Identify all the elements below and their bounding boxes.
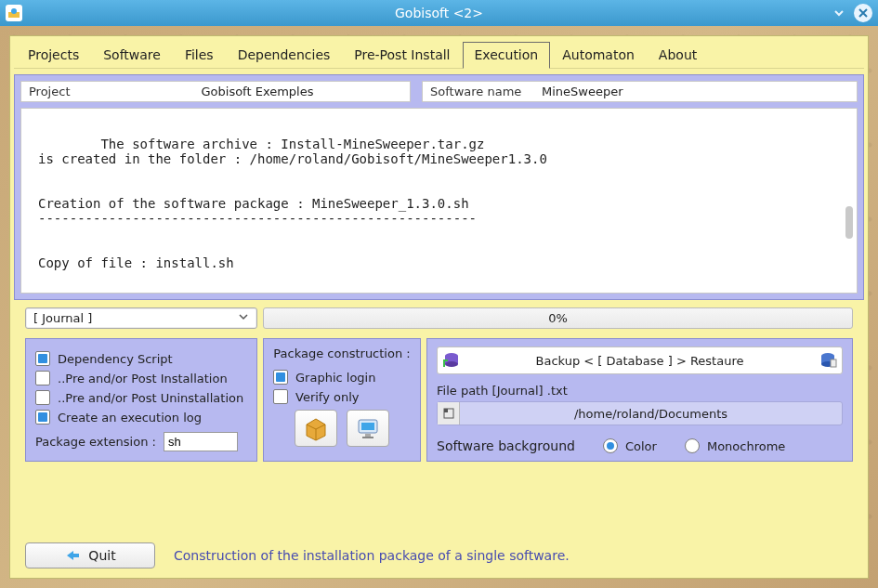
status-text: Construction of the installation package… — [174, 548, 570, 563]
chevron-down-icon — [238, 311, 249, 325]
tab-pre-post-install[interactable]: Pre-Post Install — [342, 42, 462, 68]
svg-point-1 — [11, 8, 17, 14]
backup-restore-row: Backup < [ Database ] > Restaure — [437, 346, 843, 374]
progress-row: [ Journal ] 0% — [14, 306, 864, 333]
log-text: The software archive : Install-MineSweep… — [38, 137, 547, 270]
info-panel: Project Gobisoft Exemples Software name … — [14, 74, 864, 300]
software-name-label: Software name — [430, 85, 532, 98]
software-name-value: MineSweeper — [532, 85, 849, 98]
journal-combo[interactable]: [ Journal ] — [25, 307, 257, 329]
browse-button[interactable] — [438, 402, 460, 425]
construction-label: Package construction : — [273, 346, 411, 360]
quit-button[interactable]: Quit — [25, 542, 155, 568]
create-log-label: Create an execution log — [58, 411, 202, 425]
backup-icon[interactable] — [441, 350, 462, 371]
color-radio[interactable] — [603, 438, 618, 453]
restore-icon[interactable] — [818, 350, 838, 371]
svg-rect-7 — [362, 437, 373, 438]
bottom-bar: Quit Construction of the installation pa… — [14, 537, 864, 568]
quit-label: Quit — [88, 548, 115, 563]
journal-combo-label: [ Journal ] — [33, 311, 92, 325]
menubar: ProjectsSoftwareFilesDependenciesPre-Pos… — [14, 40, 864, 69]
folder-open-icon — [442, 407, 455, 420]
tab-files[interactable]: Files — [173, 42, 226, 68]
log-output[interactable]: The software archive : Install-MineSweep… — [20, 108, 858, 294]
filepath-value: /home/roland/Documents — [460, 404, 842, 424]
project-field: Project Gobisoft Exemples — [20, 81, 411, 102]
package-icon — [303, 415, 329, 441]
window-title: Gobisoft <2> — [0, 6, 878, 20]
progress-bar: 0% — [263, 307, 853, 329]
tab-software[interactable]: Software — [91, 42, 173, 68]
graphic-login-checkbox[interactable] — [273, 370, 288, 385]
backup-restore-label: Backup < [ Database ] > Restaure — [467, 354, 812, 368]
options-card: Dependency Script ..Pre and/or Post Inst… — [25, 338, 257, 462]
monochrome-radio[interactable] — [685, 438, 700, 453]
log-scrollbar[interactable] — [844, 118, 853, 283]
dependency-script-label: Dependency Script — [58, 352, 173, 366]
database-card: Backup < [ Database ] > Restaure File pa… — [426, 338, 853, 462]
main-window: ProjectsSoftwareFilesDependenciesPre-Pos… — [9, 35, 869, 579]
svg-rect-16 — [72, 554, 79, 557]
verify-only-checkbox[interactable] — [273, 389, 288, 404]
tab-automaton[interactable]: Automaton — [550, 42, 647, 68]
monochrome-radio-label: Monochrome — [707, 439, 785, 453]
tab-projects[interactable]: Projects — [16, 42, 91, 68]
verify-only-label: Verify only — [295, 390, 360, 404]
close-button[interactable] — [854, 4, 872, 22]
construction-card: Package construction : Graphic login Ver… — [263, 338, 421, 462]
filepath-field: /home/roland/Documents — [437, 401, 843, 425]
monitor-button[interactable] — [347, 410, 389, 447]
dependency-script-checkbox[interactable] — [35, 351, 50, 366]
svg-rect-14 — [831, 359, 836, 367]
scrollbar-thumb[interactable] — [845, 206, 853, 239]
pre-post-uninstall-checkbox[interactable] — [35, 390, 50, 405]
pre-post-uninstall-label: ..Pre and/or Post Uninstallation — [58, 391, 243, 405]
extension-input[interactable] — [164, 432, 238, 451]
project-value: Gobisoft Exemples — [112, 85, 402, 98]
tab-dependencies[interactable]: Dependencies — [226, 42, 343, 68]
project-label: Project — [29, 85, 112, 98]
lower-row: Dependency Script ..Pre and/or Post Inst… — [14, 338, 864, 462]
progress-text: 0% — [548, 311, 568, 325]
extension-label: Package extension : — [35, 435, 156, 449]
create-log-checkbox[interactable] — [35, 410, 50, 425]
software-name-field: Software name MineSweeper — [422, 81, 858, 102]
titlebar: Gobisoft <2> — [0, 0, 878, 26]
filepath-label: File path [Journal] .txt — [437, 384, 843, 398]
svg-rect-5 — [361, 423, 374, 430]
svg-point-10 — [445, 361, 458, 367]
graphic-login-label: Graphic login — [295, 371, 375, 385]
color-radio-label: Color — [625, 439, 657, 453]
svg-rect-6 — [365, 434, 371, 437]
background-label: Software background — [437, 438, 575, 453]
tab-execution[interactable]: Execution — [463, 42, 551, 69]
pre-post-install-checkbox[interactable] — [35, 371, 50, 385]
minimize-button[interactable] — [830, 4, 848, 22]
app-icon — [6, 5, 22, 21]
tab-about[interactable]: About — [647, 42, 709, 68]
desktop-background: ProjectsSoftwareFilesDependenciesPre-Pos… — [0, 26, 878, 588]
build-package-button[interactable] — [295, 410, 337, 447]
monitor-icon — [355, 415, 381, 441]
arrow-left-icon — [64, 549, 81, 562]
pre-post-install-label: ..Pre and/or Post Installation — [58, 372, 228, 385]
